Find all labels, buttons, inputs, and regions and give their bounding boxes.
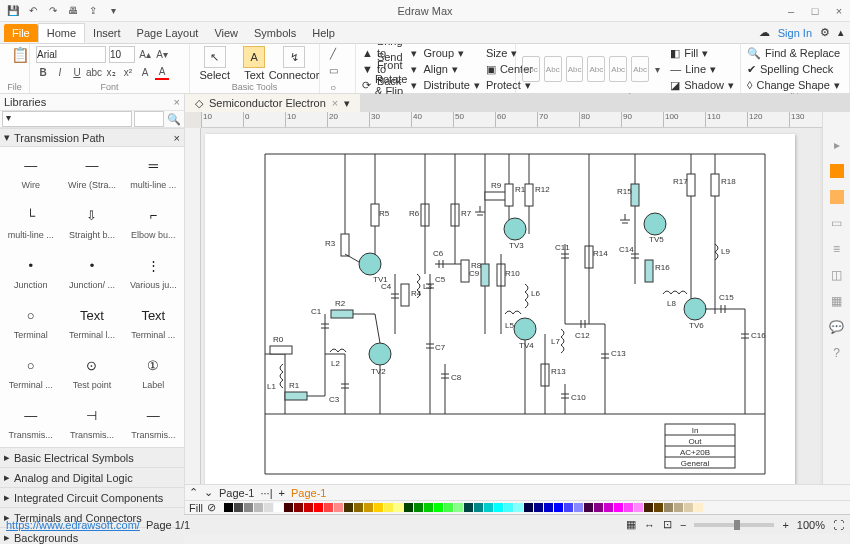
color-swatch[interactable] bbox=[504, 503, 513, 512]
settings-icon[interactable]: ⚙ bbox=[820, 26, 830, 39]
color-swatch[interactable] bbox=[524, 503, 533, 512]
library-dropdown[interactable]: ▾ bbox=[2, 111, 132, 127]
align-button[interactable]: Align▾ bbox=[423, 62, 479, 76]
font-name-select[interactable] bbox=[36, 46, 106, 63]
category-item[interactable]: ▸Basic Electrical Symbols bbox=[0, 447, 184, 467]
shape-11[interactable]: TextTerminal ... bbox=[123, 297, 184, 347]
tab-view[interactable]: View bbox=[206, 24, 246, 42]
connector-tool[interactable]: ↯Connector bbox=[275, 46, 313, 81]
color-swatch[interactable] bbox=[424, 503, 433, 512]
text-tool[interactable]: AText bbox=[236, 46, 274, 81]
spelling-check-button[interactable]: ✔Spelling Check bbox=[747, 62, 843, 76]
fullscreen-icon[interactable]: ⛶ bbox=[833, 519, 844, 531]
shape-2[interactable]: ═multi-line ... bbox=[123, 147, 184, 197]
category-close-icon[interactable]: × bbox=[174, 132, 180, 144]
color-swatch[interactable] bbox=[654, 503, 663, 512]
color-swatch[interactable] bbox=[284, 503, 293, 512]
fill-button[interactable]: ◧Fill▾ bbox=[670, 46, 734, 60]
add-page-icon[interactable]: + bbox=[279, 487, 285, 499]
color-swatch[interactable] bbox=[644, 503, 653, 512]
shape-5[interactable]: ⌐Elbow bu... bbox=[123, 197, 184, 247]
shape-6[interactable]: •Junction bbox=[0, 247, 61, 297]
libraries-close-icon[interactable]: × bbox=[174, 96, 180, 108]
shape-1[interactable]: —Wire (Stra... bbox=[61, 147, 122, 197]
color-swatch[interactable] bbox=[374, 503, 383, 512]
zoom-in-icon[interactable]: + bbox=[782, 519, 788, 531]
strike-button[interactable]: abc bbox=[87, 66, 101, 80]
cloud-icon[interactable]: ☁ bbox=[759, 26, 770, 39]
category-transmission-path[interactable]: ▾Transmission Path× bbox=[0, 128, 184, 147]
font-color-button[interactable]: A bbox=[155, 66, 169, 80]
shape-7[interactable]: •Junction/ ... bbox=[61, 247, 122, 297]
style-preset-4[interactable]: Abc bbox=[587, 56, 605, 82]
collapse-ribbon-icon[interactable]: ▴ bbox=[838, 26, 844, 39]
color-swatch[interactable] bbox=[584, 503, 593, 512]
color-swatch[interactable] bbox=[534, 503, 543, 512]
zoom-out-icon[interactable]: − bbox=[680, 519, 686, 531]
shape-4[interactable]: ⇩Straight b... bbox=[61, 197, 122, 247]
color-swatch[interactable] bbox=[474, 503, 483, 512]
fit-width-icon[interactable]: ↔ bbox=[644, 519, 655, 531]
color-swatch[interactable] bbox=[604, 503, 613, 512]
layers-icon[interactable]: ≡ bbox=[828, 240, 846, 258]
maximize-button[interactable]: □ bbox=[808, 5, 822, 17]
url-link[interactable]: https://www.edrawsoft.com/ bbox=[6, 519, 140, 531]
color-swatch[interactable] bbox=[674, 503, 683, 512]
color-swatch[interactable] bbox=[454, 503, 463, 512]
color-swatch[interactable] bbox=[224, 503, 233, 512]
find-replace-button[interactable]: 🔍Find & Replace bbox=[747, 46, 843, 60]
page-icon[interactable]: ▭ bbox=[828, 214, 846, 232]
print-icon[interactable]: 🖶 bbox=[66, 4, 80, 18]
color-swatch[interactable] bbox=[624, 503, 633, 512]
shape-15[interactable]: —Transmis... bbox=[0, 397, 61, 447]
color-swatch[interactable] bbox=[354, 503, 363, 512]
style-preset-1[interactable]: Abc bbox=[522, 56, 540, 82]
color-swatch[interactable] bbox=[324, 503, 333, 512]
change-shape-button[interactable]: ◊Change Shape▾ bbox=[747, 78, 843, 92]
color-swatch[interactable] bbox=[614, 503, 623, 512]
color-swatch[interactable] bbox=[544, 503, 553, 512]
redo-icon[interactable]: ↷ bbox=[46, 4, 60, 18]
shape-0[interactable]: —Wire bbox=[0, 147, 61, 197]
tab-help[interactable]: Help bbox=[304, 24, 343, 42]
color-swatch[interactable] bbox=[344, 503, 353, 512]
rect-shape-icon[interactable]: ▭ bbox=[326, 63, 340, 77]
theme2-icon[interactable] bbox=[828, 188, 846, 206]
view-mode-icon[interactable]: ▦ bbox=[626, 518, 636, 531]
help-icon[interactable]: ? bbox=[828, 344, 846, 362]
oval-shape-icon[interactable]: ○ bbox=[326, 80, 340, 94]
color-swatch[interactable] bbox=[294, 503, 303, 512]
color-swatch[interactable] bbox=[244, 503, 253, 512]
paste-icon[interactable]: 📋 bbox=[11, 46, 30, 64]
tab-file[interactable]: File bbox=[4, 24, 38, 42]
shape-16[interactable]: ⊣Transmis... bbox=[61, 397, 122, 447]
save-icon[interactable]: 💾 bbox=[6, 4, 20, 18]
sign-in-link[interactable]: Sign In bbox=[778, 27, 812, 39]
tab-insert[interactable]: Insert bbox=[85, 24, 129, 42]
distribute-button[interactable]: Distribute▾ bbox=[423, 78, 479, 92]
color-swatch[interactable] bbox=[264, 503, 273, 512]
library-search-input[interactable] bbox=[134, 111, 164, 127]
search-icon[interactable]: 🔍 bbox=[164, 113, 184, 126]
color-swatch[interactable] bbox=[514, 503, 523, 512]
color-swatch[interactable] bbox=[634, 503, 643, 512]
fit-page-icon[interactable]: ⊡ bbox=[663, 518, 672, 531]
color-swatch[interactable] bbox=[554, 503, 563, 512]
style-preset-6[interactable]: Abc bbox=[631, 56, 649, 82]
canvas[interactable]: R0 L1 R1 L2 C3 C1 R2 TV2 bbox=[201, 128, 820, 484]
zoom-slider[interactable] bbox=[694, 523, 774, 527]
no-fill-icon[interactable]: ⊘ bbox=[207, 501, 216, 514]
tab-close-icon[interactable]: × bbox=[332, 97, 338, 109]
category-item[interactable]: ▸Integrated Circuit Components bbox=[0, 487, 184, 507]
pic-icon[interactable]: ▦ bbox=[828, 292, 846, 310]
color-swatch[interactable] bbox=[384, 503, 393, 512]
color-swatch[interactable] bbox=[404, 503, 413, 512]
bold-button[interactable]: B bbox=[36, 66, 50, 80]
color-swatch[interactable] bbox=[364, 503, 373, 512]
color-swatch[interactable] bbox=[494, 503, 503, 512]
comment-icon[interactable]: 💬 bbox=[828, 318, 846, 336]
drawing-paper[interactable]: R0 L1 R1 L2 C3 C1 R2 TV2 bbox=[205, 134, 795, 484]
shape-10[interactable]: TextTerminal l... bbox=[61, 297, 122, 347]
color-swatch[interactable] bbox=[574, 503, 583, 512]
color-swatch[interactable] bbox=[334, 503, 343, 512]
